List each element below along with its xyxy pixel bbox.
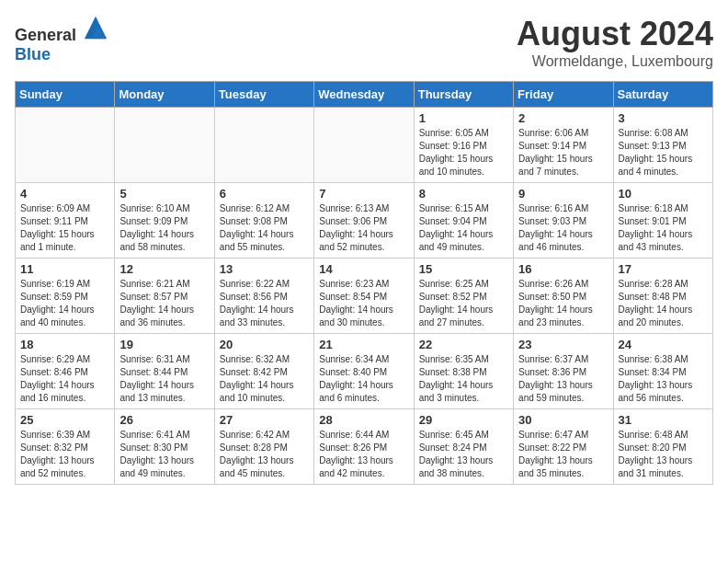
title-area: August 2024 Wormeldange, Luxembourg [517, 15, 713, 70]
logo-icon [83, 15, 108, 40]
day-cell: 16Sunrise: 6:26 AM Sunset: 8:50 PM Dayli… [514, 259, 613, 334]
day-info: Sunrise: 6:41 AM Sunset: 8:30 PM Dayligh… [119, 429, 209, 480]
day-header-tuesday: Tuesday [214, 82, 313, 108]
day-number: 6 [220, 187, 309, 201]
day-number: 10 [619, 187, 708, 201]
header: General Blue August 2024 Wormeldange, Lu… [15, 15, 713, 70]
day-number: 13 [220, 262, 309, 276]
day-cell: 9Sunrise: 6:16 AM Sunset: 9:03 PM Daylig… [514, 183, 613, 259]
day-info: Sunrise: 6:05 AM Sunset: 9:16 PM Dayligh… [419, 127, 508, 178]
day-info: Sunrise: 6:48 AM Sunset: 8:20 PM Dayligh… [619, 429, 708, 480]
day-info: Sunrise: 6:22 AM Sunset: 8:56 PM Dayligh… [220, 278, 309, 329]
day-info: Sunrise: 6:34 AM Sunset: 8:40 PM Dayligh… [319, 353, 408, 405]
day-cell: 24Sunrise: 6:38 AM Sunset: 8:34 PM Dayli… [613, 334, 712, 409]
day-info: Sunrise: 6:28 AM Sunset: 8:48 PM Dayligh… [619, 278, 708, 329]
logo-blue: Blue [15, 45, 51, 63]
month-title: August 2024 [517, 15, 713, 53]
calendar-table: SundayMondayTuesdayWednesdayThursdayFrid… [15, 81, 713, 485]
day-number: 29 [419, 413, 508, 427]
day-number: 2 [518, 111, 608, 125]
day-header-sunday: Sunday [16, 82, 115, 108]
day-cell: 25Sunrise: 6:39 AM Sunset: 8:32 PM Dayli… [16, 409, 115, 485]
day-info: Sunrise: 6:44 AM Sunset: 8:26 PM Dayligh… [319, 429, 408, 480]
day-number: 30 [518, 413, 608, 427]
week-row-3: 11Sunrise: 6:19 AM Sunset: 8:59 PM Dayli… [16, 259, 713, 334]
day-cell: 12Sunrise: 6:21 AM Sunset: 8:57 PM Dayli… [115, 259, 214, 334]
day-header-wednesday: Wednesday [314, 82, 414, 108]
day-cell: 7Sunrise: 6:13 AM Sunset: 9:06 PM Daylig… [314, 183, 414, 259]
day-number: 8 [419, 187, 508, 201]
day-info: Sunrise: 6:39 AM Sunset: 8:32 PM Dayligh… [20, 429, 109, 480]
day-info: Sunrise: 6:42 AM Sunset: 8:28 PM Dayligh… [220, 429, 309, 480]
location-title: Wormeldange, Luxembourg [517, 53, 713, 70]
week-row-4: 18Sunrise: 6:29 AM Sunset: 8:46 PM Dayli… [16, 334, 713, 409]
day-info: Sunrise: 6:26 AM Sunset: 8:50 PM Dayligh… [518, 278, 608, 329]
day-cell [214, 108, 313, 183]
day-cell: 30Sunrise: 6:47 AM Sunset: 8:22 PM Dayli… [514, 409, 613, 485]
day-cell: 15Sunrise: 6:25 AM Sunset: 8:52 PM Dayli… [414, 259, 513, 334]
day-number: 9 [518, 187, 608, 201]
day-cell: 27Sunrise: 6:42 AM Sunset: 8:28 PM Dayli… [214, 409, 313, 485]
day-number: 7 [319, 187, 408, 201]
day-info: Sunrise: 6:32 AM Sunset: 8:42 PM Dayligh… [220, 353, 309, 405]
day-cell: 1Sunrise: 6:05 AM Sunset: 9:16 PM Daylig… [414, 108, 513, 183]
day-cell: 22Sunrise: 6:35 AM Sunset: 8:38 PM Dayli… [414, 334, 513, 409]
day-cell [115, 108, 214, 183]
day-info: Sunrise: 6:38 AM Sunset: 8:34 PM Dayligh… [619, 353, 708, 405]
day-number: 23 [518, 338, 608, 351]
day-number: 24 [619, 338, 708, 351]
day-cell: 11Sunrise: 6:19 AM Sunset: 8:59 PM Dayli… [16, 259, 115, 334]
day-number: 26 [119, 413, 209, 427]
day-info: Sunrise: 6:21 AM Sunset: 8:57 PM Dayligh… [119, 278, 209, 329]
day-info: Sunrise: 6:09 AM Sunset: 9:11 PM Dayligh… [20, 202, 109, 254]
day-cell: 4Sunrise: 6:09 AM Sunset: 9:11 PM Daylig… [16, 183, 115, 259]
day-info: Sunrise: 6:45 AM Sunset: 8:24 PM Dayligh… [419, 429, 508, 480]
week-row-5: 25Sunrise: 6:39 AM Sunset: 8:32 PM Dayli… [16, 409, 713, 485]
day-cell: 18Sunrise: 6:29 AM Sunset: 8:46 PM Dayli… [16, 334, 115, 409]
day-number: 21 [319, 338, 408, 351]
day-cell: 5Sunrise: 6:10 AM Sunset: 9:09 PM Daylig… [115, 183, 214, 259]
day-cell: 23Sunrise: 6:37 AM Sunset: 8:36 PM Dayli… [514, 334, 613, 409]
day-number: 31 [619, 413, 708, 427]
day-number: 15 [419, 262, 508, 276]
logo: General Blue [15, 15, 108, 64]
day-header-thursday: Thursday [414, 82, 513, 108]
day-cell: 31Sunrise: 6:48 AM Sunset: 8:20 PM Dayli… [613, 409, 712, 485]
day-info: Sunrise: 6:25 AM Sunset: 8:52 PM Dayligh… [419, 278, 508, 329]
day-number: 19 [119, 338, 209, 351]
day-number: 16 [518, 262, 608, 276]
week-row-1: 1Sunrise: 6:05 AM Sunset: 9:16 PM Daylig… [16, 108, 713, 183]
day-number: 18 [20, 338, 109, 351]
day-cell: 20Sunrise: 6:32 AM Sunset: 8:42 PM Dayli… [214, 334, 313, 409]
day-number: 5 [119, 187, 209, 201]
day-cell: 8Sunrise: 6:15 AM Sunset: 9:04 PM Daylig… [414, 183, 513, 259]
day-number: 11 [20, 262, 109, 276]
day-cell: 13Sunrise: 6:22 AM Sunset: 8:56 PM Dayli… [214, 259, 313, 334]
day-cell [314, 108, 414, 183]
day-number: 1 [419, 111, 508, 125]
day-number: 17 [619, 262, 708, 276]
day-header-monday: Monday [115, 82, 214, 108]
logo-text: General Blue [15, 15, 108, 64]
day-info: Sunrise: 6:23 AM Sunset: 8:54 PM Dayligh… [319, 278, 408, 329]
day-info: Sunrise: 6:16 AM Sunset: 9:03 PM Dayligh… [518, 202, 608, 254]
day-info: Sunrise: 6:13 AM Sunset: 9:06 PM Dayligh… [319, 202, 408, 254]
day-cell: 17Sunrise: 6:28 AM Sunset: 8:48 PM Dayli… [613, 259, 712, 334]
day-info: Sunrise: 6:10 AM Sunset: 9:09 PM Dayligh… [119, 202, 209, 254]
day-cell: 19Sunrise: 6:31 AM Sunset: 8:44 PM Dayli… [115, 334, 214, 409]
day-cell: 6Sunrise: 6:12 AM Sunset: 9:08 PM Daylig… [214, 183, 313, 259]
day-number: 3 [619, 111, 708, 125]
day-number: 25 [20, 413, 109, 427]
day-cell: 10Sunrise: 6:18 AM Sunset: 9:01 PM Dayli… [613, 183, 712, 259]
day-info: Sunrise: 6:37 AM Sunset: 8:36 PM Dayligh… [518, 353, 608, 405]
day-cell: 29Sunrise: 6:45 AM Sunset: 8:24 PM Dayli… [414, 409, 513, 485]
day-cell: 26Sunrise: 6:41 AM Sunset: 8:30 PM Dayli… [115, 409, 214, 485]
day-number: 12 [119, 262, 209, 276]
day-info: Sunrise: 6:29 AM Sunset: 8:46 PM Dayligh… [20, 353, 109, 405]
day-cell: 14Sunrise: 6:23 AM Sunset: 8:54 PM Dayli… [314, 259, 414, 334]
day-info: Sunrise: 6:19 AM Sunset: 8:59 PM Dayligh… [20, 278, 109, 329]
header-row: SundayMondayTuesdayWednesdayThursdayFrid… [16, 82, 713, 108]
day-cell: 21Sunrise: 6:34 AM Sunset: 8:40 PM Dayli… [314, 334, 414, 409]
week-row-2: 4Sunrise: 6:09 AM Sunset: 9:11 PM Daylig… [16, 183, 713, 259]
day-info: Sunrise: 6:35 AM Sunset: 8:38 PM Dayligh… [419, 353, 508, 405]
